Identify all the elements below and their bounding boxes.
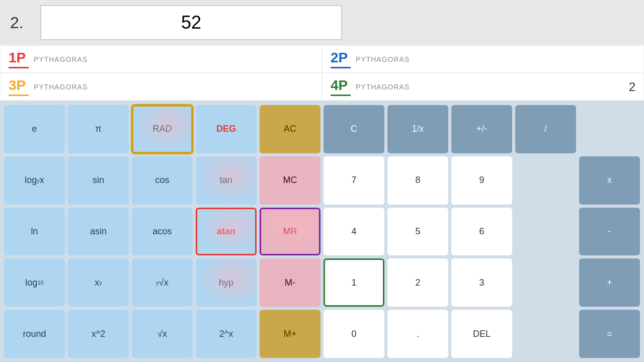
key-del[interactable]: DEL [451,310,512,358]
key-mr[interactable]: MR [260,208,320,256]
key-deg[interactable]: DEG [196,105,257,153]
question-number: 2. [10,14,35,32]
key-acos[interactable]: acos [132,208,193,256]
keypad: eπRADDEGACC1/x+/-/logyxsincostanMC789xln… [0,101,644,362]
p2-underline [331,67,351,68]
key-1[interactable]: 1 [324,258,384,307]
p3-name: PYTHAGORAS [34,83,88,91]
key-8[interactable]: 8 [387,156,448,205]
p1-name: PYTHAGORAS [34,55,88,63]
key-yroot-x[interactable]: y√x [132,258,193,307]
key-7[interactable]: 7 [324,156,384,205]
key-2x[interactable]: 2^x [196,310,257,358]
p1-underline [9,67,29,68]
display-area: 2. [0,0,644,45]
key-decimal[interactable]: . [387,310,448,358]
key-ac[interactable]: AC [260,105,320,153]
key-equals[interactable]: = [579,310,640,358]
key-divide[interactable]: / [515,105,576,153]
key-round[interactable]: round [4,310,65,358]
key-mc[interactable]: MC [260,156,320,205]
p4-score: 2 [629,80,635,94]
key-2[interactable]: 2 [387,258,448,307]
key-c[interactable]: C [324,105,384,153]
key-add[interactable]: + [579,258,640,307]
key-rad[interactable]: RAD [132,105,193,153]
key-row-3: log10xyy√xhypM-123+ [4,258,640,307]
p4-name: PYTHAGORAS [356,83,410,91]
key-6[interactable]: 6 [451,208,512,256]
key-multiply[interactable]: x [579,156,640,205]
key-row-0: eπRADDEGACC1/x+/-/ [4,105,640,153]
key-9[interactable]: 9 [451,156,512,205]
key-reciprocal[interactable]: 1/x [387,105,448,153]
key-plus-minus[interactable]: +/- [451,105,512,153]
key-sqrt[interactable]: √x [132,310,193,358]
player-tab-p1[interactable]: 1P PYTHAGORAS [0,45,322,73]
players-area: 1P PYTHAGORAS 2P PYTHAGORAS 3P PYTHAGORA… [0,45,644,101]
player-tab-p2[interactable]: 2P PYTHAGORAS [322,45,644,73]
p4-label: 4P [331,77,351,94]
p3-label: 3P [9,77,29,94]
key-m-plus[interactable]: M+ [260,310,320,358]
key-atan[interactable]: atan [196,208,257,256]
p1-label: 1P [9,50,29,66]
p3-underline [9,95,29,96]
p2-name: PYTHAGORAS [356,55,410,63]
key-row-1: logyxsincostanMC789x [4,156,640,205]
key-cos[interactable]: cos [132,156,193,205]
p4-underline [331,95,351,96]
key-logy-x[interactable]: logyx [4,156,65,205]
key-row-2: lnasinacosatanMR456- [4,208,640,256]
key-sin[interactable]: sin [68,156,129,205]
player-tab-p4[interactable]: 4P PYTHAGORAS 2 [322,73,644,101]
p2-label: 2P [331,50,351,66]
key-0[interactable]: 0 [324,310,384,358]
key-3[interactable]: 3 [451,258,512,307]
key-5[interactable]: 5 [387,208,448,256]
key-row-4: roundx^2√x2^xM+0.DEL= [4,310,640,358]
key-m-minus[interactable]: M- [260,258,320,307]
key-log10[interactable]: log10 [4,258,65,307]
key-pi[interactable]: π [68,105,129,153]
key-xy[interactable]: xy [68,258,129,307]
key-tan[interactable]: tan [196,156,257,205]
key-e[interactable]: e [4,105,65,153]
answer-input[interactable] [40,5,342,40]
key-x2[interactable]: x^2 [68,310,129,358]
player-tab-p3[interactable]: 3P PYTHAGORAS [0,73,322,101]
key-4[interactable]: 4 [324,208,384,256]
key-ln[interactable]: ln [4,208,65,256]
key-asin[interactable]: asin [68,208,129,256]
key-subtract[interactable]: - [579,208,640,256]
key-hyp[interactable]: hyp [196,258,257,307]
